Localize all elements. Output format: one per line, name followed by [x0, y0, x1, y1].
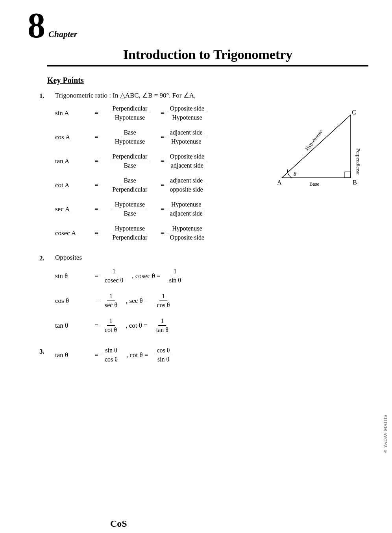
chapter-title: Introduction to Trigonometry — [24, 47, 368, 62]
trig-name-sec: sec A — [55, 205, 91, 213]
trig-frac-cosec-2: Hypotenuse Opposite side — [168, 225, 207, 241]
trig-frac-cot-2: adjacent side opposite side — [168, 177, 205, 193]
comma-sin: , cosec θ = — [132, 272, 160, 280]
inline-frac-p3-lhs: sin θ cos θ — [102, 347, 120, 363]
inline-frac-cos-rhs-num: 1 — [159, 293, 167, 301]
point-3-content: tan θ = sin θ cos θ , cot θ = cos θ sin … — [55, 347, 368, 366]
inline-frac-p3-lhs-num: sin θ — [103, 347, 119, 355]
point-1-intro: Trigonometric ratio : In △ABC, ∠B = 90°.… — [55, 91, 368, 100]
point3-name: tan θ — [55, 351, 91, 359]
label-base: Base — [309, 181, 320, 187]
inline-frac-p3-rhs-num: cos θ — [155, 347, 172, 355]
inline-frac-tan-rhs: 1 tan θ — [154, 317, 171, 334]
inline-frac-tan-lhs-num: 1 — [107, 317, 115, 326]
point-2: 2. Opposites sin θ = 1 cosec θ , cosec θ… — [39, 254, 368, 342]
trig-den-tan-2: adjacent side — [168, 161, 206, 169]
trig-row-sec: sec A = Hypotenuse Base = Hypotenuse adj… — [55, 201, 266, 217]
trig-name-sin: sin A — [55, 109, 91, 117]
opp-name-cos: cos θ — [55, 297, 91, 305]
watermark-text: ✯ YADAV MATHS — [383, 415, 388, 454]
opp-eq-cos: = — [91, 297, 102, 305]
trig-row-cosec: cosec A = Hypotenuse Perpendicular = Hyp… — [55, 225, 266, 241]
trig-den-sin-1: Hypotenuse — [113, 113, 147, 121]
trig-equals-tan: = — [91, 157, 102, 165]
chapter-label: Chapter — [48, 29, 77, 43]
trig-name-cos: cos A — [55, 133, 91, 141]
trig-num-cosec-2: Hypotenuse — [170, 225, 204, 233]
svg-rect-1 — [345, 172, 351, 178]
inline-frac-tan-lhs-den: cot θ — [102, 326, 119, 334]
trig-equals-sin: = — [91, 109, 102, 117]
trig-den-cos-1: Hypotenuse — [113, 137, 147, 145]
point-1-content: Trigonometric ratio : In △ABC, ∠B = 90°.… — [55, 91, 368, 249]
opp-row-sin: sin θ = 1 cosec θ , cosec θ = 1 sin θ — [55, 268, 368, 284]
inline-frac-tan-lhs: 1 cot θ — [102, 317, 119, 334]
point3-eq: = — [91, 351, 102, 359]
trig-num-tan-1: Perpendicular — [110, 153, 150, 161]
label-C: C — [352, 109, 356, 116]
trig-equals-cosec: = — [91, 229, 102, 237]
inline-frac-cos-lhs: 1 sec θ — [102, 293, 120, 309]
trig-den-cos-2: Hypotenuse — [169, 137, 203, 145]
trig-num-cos-2: adjacent side — [168, 129, 205, 137]
trig-den-cosec-1: Perpendicular — [110, 233, 150, 241]
trig-num-sec-1: Hypotenuse — [113, 201, 147, 209]
trig-frac-sin-2: Opposite side Hypotenuse — [168, 105, 207, 121]
trig-num-cosec-1: Hypotenuse — [113, 225, 147, 233]
inline-frac-tan-rhs-den: tan θ — [154, 326, 171, 334]
inline-frac-sin-lhs-den: cosec θ — [102, 276, 126, 284]
trig-frac-tan-1: Perpendicular Base — [102, 153, 157, 169]
point-1-number: 1. — [39, 91, 55, 249]
point-1: 1. Trigonometric ratio : In △ABC, ∠B = 9… — [39, 91, 368, 249]
opp-expr-sin: 1 cosec θ , cosec θ = 1 sin θ — [102, 268, 183, 284]
opp-expr-tan: 1 cot θ , cot θ = 1 tan θ — [102, 317, 171, 334]
opp-expr-cos: 1 sec θ , sec θ = 1 cos θ — [102, 293, 172, 309]
trig-equals-sec: = — [91, 205, 102, 213]
opp-name-sin: sin θ — [55, 272, 91, 280]
trig-num-cot-2: adjacent side — [168, 177, 205, 185]
trig-also-eq-tan: = — [161, 157, 165, 165]
opp-name-tan: tan θ — [55, 322, 91, 330]
trig-num-cot-1: Base — [121, 177, 138, 185]
inline-frac-cos-lhs-den: sec θ — [102, 301, 120, 309]
triangle-container: A B C θ Base Perpendicear — [274, 109, 361, 188]
trig-frac-cos-1: Base Hypotenuse — [102, 129, 157, 145]
opp-row-cos: cos θ = 1 sec θ , sec θ = 1 cos θ — [55, 293, 368, 309]
point-3: 3. tan θ = sin θ cos θ , cot θ = cos θ s… — [39, 347, 368, 366]
point3-expr: sin θ cos θ , cot θ = cos θ sin θ — [102, 347, 172, 363]
trig-den-cosec-2: Opposite side — [168, 233, 207, 241]
trig-frac-sin-1: Perpendicular Hypotenuse — [102, 105, 157, 121]
trig-name-cot: cot A — [55, 181, 91, 189]
trig-row-cos: cos A = Base Hypotenuse = adjacent side … — [55, 129, 266, 145]
trig-frac-cosec-1: Hypotenuse Perpendicular — [102, 225, 157, 241]
trig-num-sin-2: Opposite side — [168, 105, 207, 113]
cos-bottom-label: CoS — [110, 518, 127, 529]
inline-frac-cos-rhs-den: cos θ — [155, 301, 172, 309]
chapter-number: 8 — [28, 8, 45, 43]
chapter-header: 8 Chapter — [24, 8, 368, 43]
label-B: B — [353, 179, 357, 186]
trig-also-eq-sin: = — [161, 109, 165, 117]
point-2-number: 2. — [39, 254, 55, 342]
inline-frac-cos-rhs: 1 cos θ — [155, 293, 172, 309]
label-theta: θ — [294, 171, 296, 177]
trig-num-sin-1: Perpendicular — [110, 105, 150, 113]
inline-frac-cos-lhs-num: 1 — [107, 293, 115, 301]
trig-table: sin A = Perpendicular Hypotenuse = Oppos… — [55, 105, 266, 249]
inline-frac-sin-rhs-den: sin θ — [167, 276, 183, 284]
inline-frac-tan-rhs-num: 1 — [158, 317, 166, 326]
inline-frac-sin-lhs: 1 cosec θ — [102, 268, 126, 284]
inline-frac-sin-rhs: 1 sin θ — [167, 268, 183, 284]
trig-name-tan: tan A — [55, 157, 91, 165]
inline-frac-p3-rhs-den: sin θ — [155, 355, 172, 363]
opp-eq-sin: = — [91, 272, 102, 280]
trig-row-cot: cot A = Base Perpendicular = adjacent si… — [55, 177, 266, 193]
page: 8 Chapter Introduction to Trigonometry K… — [0, 0, 392, 533]
trig-name-cosec: cosec A — [55, 229, 91, 237]
label-A: A — [277, 179, 282, 186]
main-content: 1. Trigonometric ratio : In △ABC, ∠B = 9… — [24, 91, 368, 366]
trig-frac-sec-2: Hypotenuse adjacent side — [168, 201, 205, 217]
opp-row-tan: tan θ = 1 cot θ , cot θ = 1 tan θ — [55, 317, 368, 334]
trig-frac-tan-2: Opposite side adjacent side — [168, 153, 207, 169]
label-perpendicular: Perpendicear — [355, 148, 361, 175]
